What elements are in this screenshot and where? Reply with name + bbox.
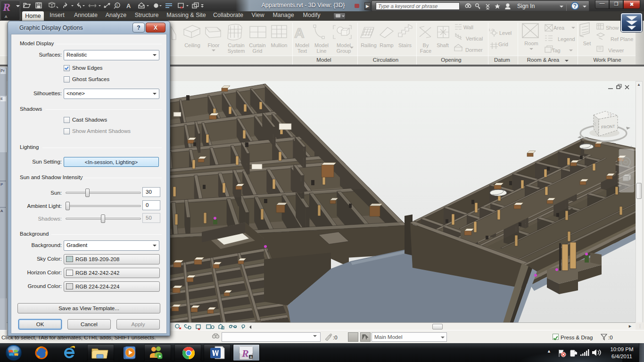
svg-text:R: R — [241, 347, 249, 359]
svg-text:FRONT: FRONT — [601, 124, 615, 130]
svg-text:1: 1 — [116, 3, 118, 8]
svg-text:A: A — [250, 355, 252, 359]
svg-text:A: A — [294, 25, 305, 41]
svg-text:A: A — [126, 2, 131, 9]
